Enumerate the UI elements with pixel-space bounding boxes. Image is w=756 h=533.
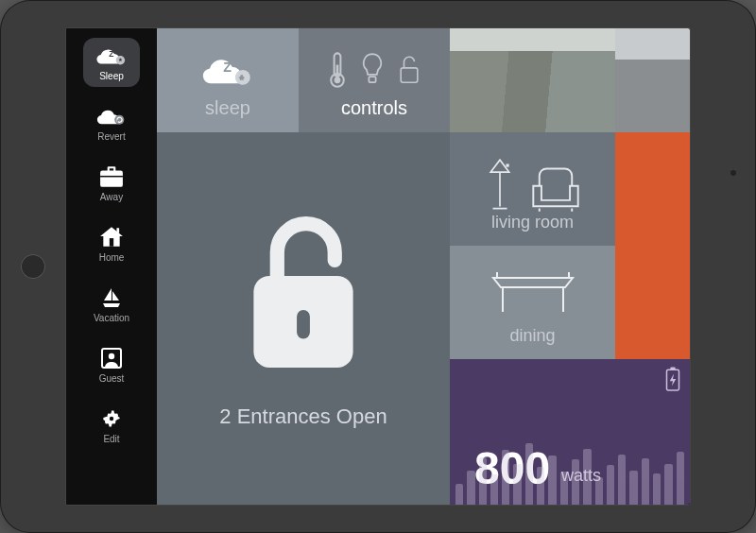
tile-label: sleep — [205, 97, 250, 119]
svg-rect-3 — [100, 176, 123, 178]
sidebar-item-label: Edit — [103, 434, 119, 444]
user-square-icon — [96, 346, 127, 370]
svg-rect-14 — [336, 64, 339, 78]
lock-open-icon — [399, 52, 420, 88]
sidebar-item-label: Sleep — [99, 71, 124, 81]
sidebar-item-edit[interactable]: Edit — [83, 401, 140, 450]
sidebar-item-label: Away — [100, 192, 123, 202]
sidebar-item-label: Revert — [97, 131, 125, 142]
house-icon — [96, 225, 127, 249]
tile-label: controls — [341, 97, 407, 119]
armchair-icon — [529, 165, 582, 213]
sidebar-item-label: Vacation — [94, 313, 129, 323]
sidebar-item-label: Guest — [99, 373, 125, 384]
cloud-sleep-icon: Z — [202, 42, 253, 97]
table-icon — [488, 259, 578, 326]
svg-point-7 — [109, 353, 114, 359]
svg-text:Z: Z — [223, 59, 232, 74]
svg-point-8 — [110, 417, 113, 421]
dashboard-grid: Z sleep controls — [157, 28, 690, 505]
tile-scene-accent[interactable] — [615, 132, 690, 359]
tablet-home-button[interactable] — [21, 254, 45, 279]
sidebar-item-home[interactable]: Home — [83, 219, 140, 268]
svg-rect-5 — [116, 228, 119, 232]
tile-scene-sleep[interactable]: Z sleep — [157, 28, 299, 132]
sidebar-item-sleep[interactable]: Z Sleep — [83, 38, 140, 87]
cloud-sleep-icon: Z — [96, 43, 127, 68]
sailboat-icon — [96, 285, 127, 310]
tile-entrances[interactable]: 2 Entrances Open — [157, 132, 450, 505]
room-icons — [484, 146, 582, 213]
svg-rect-4 — [110, 238, 113, 247]
svg-rect-16 — [401, 67, 418, 81]
thermometer-icon — [329, 52, 346, 88]
tile-controls[interactable]: controls — [299, 28, 450, 132]
energy-sparkline — [450, 437, 690, 505]
svg-rect-15 — [369, 77, 375, 82]
sidebar: Z Sleep Revert Away Home — [66, 28, 157, 505]
tile-energy[interactable]: 800 watts — [450, 359, 690, 505]
floor-lamp-icon — [484, 158, 516, 213]
tablet-camera-dot — [730, 170, 736, 176]
svg-rect-19 — [506, 163, 508, 166]
sidebar-item-vacation[interactable]: Vacation — [83, 280, 140, 329]
tile-room-dining[interactable]: dining — [450, 246, 615, 359]
tablet-frame: Z Sleep Revert Away Home — [0, 0, 756, 533]
svg-point-2 — [114, 115, 124, 125]
battery-charging-icon — [665, 367, 680, 395]
svg-rect-18 — [297, 310, 310, 338]
svg-rect-21 — [670, 368, 675, 370]
lightbulb-icon — [361, 52, 384, 88]
tile-label: living room — [491, 213, 574, 232]
svg-text:Z: Z — [109, 49, 113, 59]
briefcase-icon — [96, 164, 127, 189]
entrances-status-text: 2 Entrances Open — [219, 404, 387, 429]
sidebar-item-label: Home — [99, 252, 125, 263]
camera-tile-driveway[interactable] — [450, 28, 615, 132]
tile-room-living[interactable]: living room — [450, 132, 615, 246]
sidebar-item-away[interactable]: Away — [83, 159, 140, 208]
app-screen: Z Sleep Revert Away Home — [66, 28, 690, 505]
camera-tile-side[interactable] — [615, 28, 690, 132]
padlock-open-icon — [237, 208, 369, 382]
sidebar-item-guest[interactable]: Guest — [83, 340, 140, 389]
sidebar-item-revert[interactable]: Revert — [83, 98, 140, 147]
tile-label: dining — [509, 326, 555, 346]
gear-icon — [96, 406, 127, 431]
cloud-revert-icon — [96, 104, 127, 129]
controls-icons — [329, 42, 420, 97]
